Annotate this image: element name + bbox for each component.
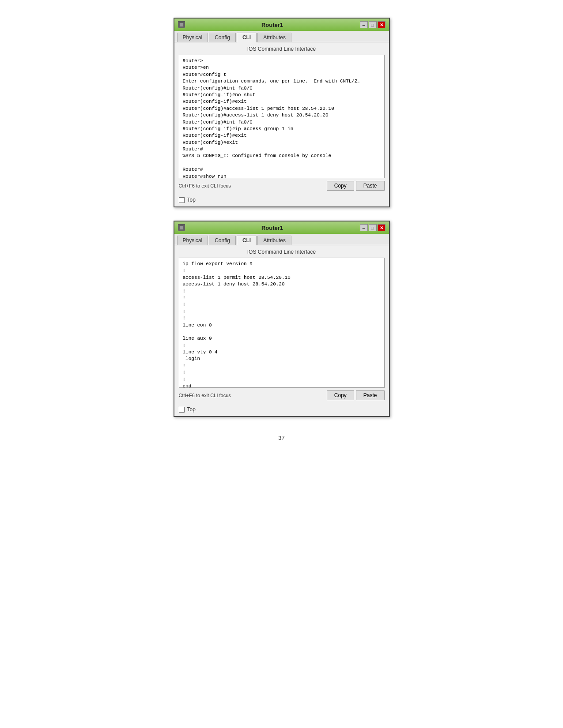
page-number: 37 <box>278 435 284 441</box>
copy-button-2[interactable]: Copy <box>327 390 354 400</box>
tabs-2: Physical Config CLI Attributes <box>174 234 389 245</box>
window-title-1: Router1 <box>185 22 360 28</box>
window-icon-1 <box>178 21 185 28</box>
close-button-2[interactable]: ✕ <box>378 224 385 231</box>
maximize-button-2[interactable]: □ <box>369 224 377 231</box>
close-button-1[interactable]: ✕ <box>378 21 385 28</box>
window-icon-2 <box>178 224 185 231</box>
cli-buttons-1: Copy Paste <box>327 181 385 191</box>
cli-label-1: IOS Command Line Interface <box>179 46 385 52</box>
tab-attributes-1[interactable]: Attributes <box>257 33 291 42</box>
top-label-1: Top <box>187 197 196 203</box>
window-title-2: Router1 <box>185 225 360 231</box>
cli-footer-1: Ctrl+F6 to exit CLI focus Copy Paste <box>179 181 385 191</box>
titlebar-1: Router1 – □ ✕ <box>174 19 389 31</box>
top-checkbox-2[interactable] <box>179 407 185 413</box>
minimize-button-2[interactable]: – <box>360 224 368 231</box>
cli-buttons-2: Copy Paste <box>327 390 385 400</box>
window-controls-1: – □ ✕ <box>360 21 385 28</box>
cli-footer-2: Ctrl+F6 to exit CLI focus Copy Paste <box>179 390 385 400</box>
window-bottom-2: Top <box>174 404 389 416</box>
cli-label-2: IOS Command Line Interface <box>179 249 385 255</box>
window-controls-2: – □ ✕ <box>360 224 385 231</box>
tab-physical-2[interactable]: Physical <box>177 236 208 245</box>
tab-config-1[interactable]: Config <box>209 33 236 42</box>
minimize-button-1[interactable]: – <box>360 21 368 28</box>
terminal-text-2: ip flow-export version 9 ! access-list 1… <box>183 261 381 388</box>
page-content: Router1 – □ ✕ Physical Config CLI Attrib… <box>26 18 537 441</box>
svg-rect-3 <box>180 226 183 229</box>
tab-config-2[interactable]: Config <box>209 236 236 245</box>
cli-terminal-2[interactable]: ip flow-export version 9 ! access-list 1… <box>179 258 385 388</box>
tab-attributes-2[interactable]: Attributes <box>257 236 291 245</box>
tab-physical-1[interactable]: Physical <box>177 33 208 42</box>
paste-button-1[interactable]: Paste <box>356 181 385 191</box>
window-body-1: IOS Command Line Interface Router> Route… <box>174 42 389 194</box>
titlebar-2: Router1 – □ ✕ <box>174 221 389 234</box>
window-body-2: IOS Command Line Interface ip flow-expor… <box>174 245 389 404</box>
router-window-1: Router1 – □ ✕ Physical Config CLI Attrib… <box>174 18 390 207</box>
top-label-2: Top <box>187 406 196 413</box>
copy-button-1[interactable]: Copy <box>327 181 354 191</box>
tabs-1: Physical Config CLI Attributes <box>174 31 389 42</box>
top-checkbox-1[interactable] <box>179 197 185 203</box>
terminal-text-1: Router> Router>en Router#config t Enter … <box>183 58 381 178</box>
window-bottom-1: Top <box>174 194 389 206</box>
router-window-2: Router1 – □ ✕ Physical Config CLI Attrib… <box>174 221 390 417</box>
svg-rect-1 <box>180 23 183 26</box>
maximize-button-1[interactable]: □ <box>369 21 377 28</box>
cli-hint-1: Ctrl+F6 to exit CLI focus <box>179 183 231 188</box>
paste-button-2[interactable]: Paste <box>356 390 385 400</box>
tab-cli-1[interactable]: CLI <box>237 33 257 42</box>
cli-terminal-1[interactable]: Router> Router>en Router#config t Enter … <box>179 55 385 178</box>
tab-cli-2[interactable]: CLI <box>237 236 257 245</box>
cli-hint-2: Ctrl+F6 to exit CLI focus <box>179 393 231 398</box>
